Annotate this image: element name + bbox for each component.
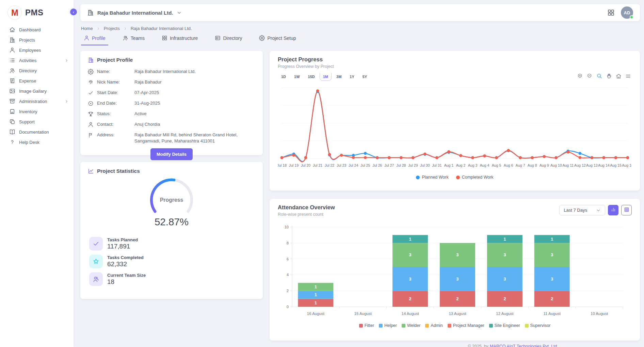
sidebar-item-label: Directory (19, 68, 37, 73)
list-icon (9, 57, 15, 63)
zoom-out-icon[interactable] (587, 73, 593, 79)
breadcrumb-item[interactable]: Home (81, 26, 93, 31)
sidebar-item-label: Projects (19, 37, 35, 43)
tab-directory[interactable]: Directory (212, 34, 245, 45)
table-view-button[interactable] (621, 205, 632, 215)
sidebar-item-employees[interactable]: Employees (0, 45, 74, 55)
sidebar-item-support[interactable]: Support (0, 117, 74, 127)
sidebar-item-label: Image Gallary (19, 89, 47, 94)
avatar[interactable]: AD (621, 6, 633, 19)
range-1m-button[interactable]: 1M (320, 73, 332, 81)
svg-text:2: 2 (456, 297, 459, 301)
svg-text:1: 1 (503, 237, 506, 242)
pan-icon[interactable] (606, 73, 612, 79)
svg-text:Aug 5: Aug 5 (492, 163, 501, 167)
tab-profile[interactable]: Profile (81, 34, 108, 45)
profile-row: Start Date: 07-Apr-2025 (88, 90, 255, 96)
legend-item[interactable]: Planned Work (416, 175, 448, 180)
legend-swatch-icon (379, 324, 383, 328)
sidebar-item-expense[interactable]: Expense (0, 76, 74, 86)
sidebar-item-projects[interactable]: Projects (0, 35, 74, 45)
date-range-value: Last 7 Days (564, 208, 587, 213)
profile-row-label: Contact: (97, 121, 131, 127)
legend-item[interactable]: Project Manager (448, 323, 484, 328)
bar-chart-view-button[interactable] (608, 205, 618, 215)
company-switcher[interactable]: Raja Bahadur International Ltd. (87, 9, 182, 16)
sidebar-item-documentation[interactable]: Documentation (0, 127, 74, 137)
legend-item[interactable]: Fitter (359, 323, 374, 328)
range-1y-button[interactable]: 1Y (346, 73, 357, 81)
legend-swatch-icon (525, 324, 529, 328)
selection-zoom-icon[interactable] (597, 73, 602, 79)
sidebar-item-image-gallary[interactable]: Image Gallary (0, 86, 74, 96)
image-icon (9, 88, 15, 94)
zoom-in-icon[interactable] (578, 73, 583, 79)
range-3m-button[interactable]: 3M (333, 73, 345, 81)
topbar: Raja Bahadur International Ltd. AD (80, 4, 640, 21)
sidebar-nav: Dashboard Projects Employees Activities … (0, 25, 74, 147)
menu-icon[interactable] (625, 73, 631, 79)
building-icon (9, 37, 15, 43)
tab-teams[interactable]: Teams (120, 34, 147, 45)
date-range-select[interactable]: Last 7 Days (559, 205, 605, 215)
range-5y-button[interactable]: 5Y (359, 73, 370, 81)
copy-icon (9, 119, 15, 125)
sidebar-item-label: Documentation (19, 130, 49, 135)
chevron-right-icon (123, 27, 127, 31)
check-icon (89, 237, 103, 251)
sidebar-item-directory[interactable]: Directory (0, 65, 74, 76)
chart-line-icon (88, 168, 94, 174)
legend-item[interactable]: Completed Work (456, 175, 494, 180)
profile-row: Nick Name: Raja Bahadur (88, 79, 255, 85)
legend-item[interactable]: Helper (379, 323, 397, 328)
tab-bar: Profile Teams Infrastructure Directory P… (81, 34, 639, 45)
tab-project-setup[interactable]: Project Setup (256, 34, 299, 45)
svg-text:3: 3 (409, 253, 412, 257)
svg-text:Jul 19: Jul 19 (289, 163, 299, 167)
range-1d-button[interactable]: 1D (278, 73, 289, 81)
legend-item[interactable]: Admin (425, 323, 442, 328)
person-icon (9, 47, 15, 53)
attendance-chart: 024681011116 August15 August233114 Augus… (278, 222, 632, 322)
svg-text:3: 3 (551, 253, 553, 257)
tab-label: Infrastructure (170, 35, 198, 41)
target-icon (88, 101, 94, 106)
sidebar-item-activities[interactable]: Activities (0, 55, 74, 65)
svg-text:Aug 9: Aug 9 (540, 163, 549, 167)
tab-label: Directory (223, 35, 242, 41)
sidebar-collapse-button[interactable]: ‹ (69, 7, 78, 16)
profile-row-label: End Date: (97, 100, 131, 106)
footer-company-link[interactable]: MARCO AIoT Technologies Pvt. Ltd. (490, 344, 558, 347)
progress-gauge: Progress 52.87% (139, 176, 204, 231)
legend-item[interactable]: Welder (402, 323, 420, 328)
svg-text:Aug 6: Aug 6 (504, 163, 513, 167)
sidebar-item-label: Dashboard (19, 27, 41, 32)
range-15d-button[interactable]: 15D (305, 73, 318, 81)
legend-item[interactable]: Site Engineer (489, 323, 520, 328)
sidebar-item-dashboard[interactable]: Dashboard (0, 25, 74, 35)
svg-text:Aug 14: Aug 14 (598, 163, 610, 167)
svg-text:10 August: 10 August (591, 312, 608, 316)
chevron-down-icon (596, 208, 601, 213)
profile-row: Status: Active (88, 111, 255, 117)
sidebar-item-administration[interactable]: Administration (0, 96, 74, 106)
svg-text:Jul 30: Jul 30 (420, 163, 430, 167)
sidebar-item-help-desk[interactable]: ? Help Desk (0, 137, 74, 147)
sidebar-item-label: Administration (19, 99, 47, 104)
sidebar-item-inventory[interactable]: Inventory (0, 106, 74, 117)
progress-card-subtitle: Progress Overview by Project (278, 64, 632, 69)
footer: © 2025, by MARCO AIoT Technologies Pvt. … (80, 341, 640, 347)
svg-text:Jul 18: Jul 18 (278, 163, 287, 167)
modify-details-button[interactable]: Modify Details (150, 148, 193, 160)
svg-text:Aug 11: Aug 11 (562, 163, 574, 167)
stat-tasks-completed: Tasks Completed 62,332 (89, 255, 255, 268)
svg-text:Aug 1: Aug 1 (444, 163, 454, 167)
range-1w-button[interactable]: 1W (291, 73, 303, 81)
svg-text:Jul 28: Jul 28 (396, 163, 406, 167)
legend-item[interactable]: Supervisor (525, 323, 551, 328)
svg-text:Jul 23: Jul 23 (337, 163, 346, 167)
apps-grid-icon[interactable] (607, 9, 615, 16)
home-icon[interactable] (616, 73, 622, 79)
breadcrumb-item[interactable]: Projects (104, 26, 120, 31)
tab-infrastructure[interactable]: Infrastructure (159, 34, 200, 45)
